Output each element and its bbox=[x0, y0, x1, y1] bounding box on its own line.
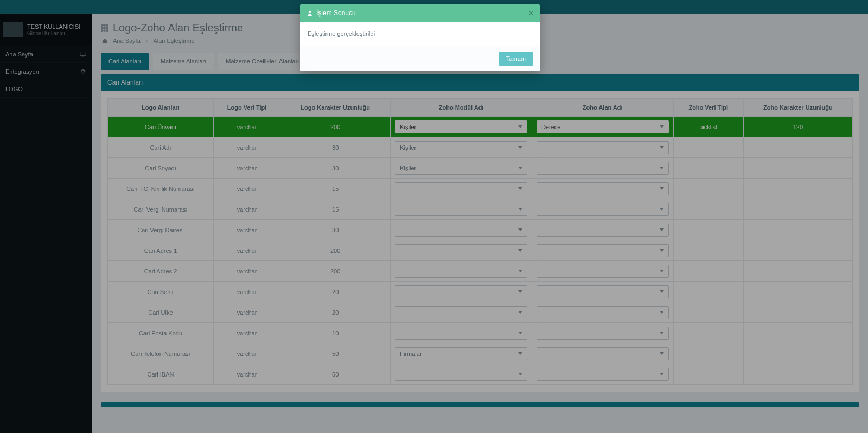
modal-title: İşlem Sonucu bbox=[316, 9, 356, 17]
person-icon bbox=[307, 10, 313, 16]
modal-footer: Tamam bbox=[300, 46, 540, 71]
modal-body: Eşleştirme gerçekleştirildi bbox=[300, 22, 540, 46]
close-icon[interactable]: × bbox=[529, 9, 533, 17]
svg-point-2 bbox=[309, 11, 311, 13]
ok-button[interactable]: Tamam bbox=[499, 52, 533, 66]
modal-message: Eşleştirme gerçekleştirildi bbox=[308, 30, 375, 37]
ok-label: Tamam bbox=[506, 55, 526, 62]
result-modal: İşlem Sonucu × Eşleştirme gerçekleştiril… bbox=[300, 4, 540, 71]
modal-header: İşlem Sonucu × bbox=[300, 4, 540, 22]
